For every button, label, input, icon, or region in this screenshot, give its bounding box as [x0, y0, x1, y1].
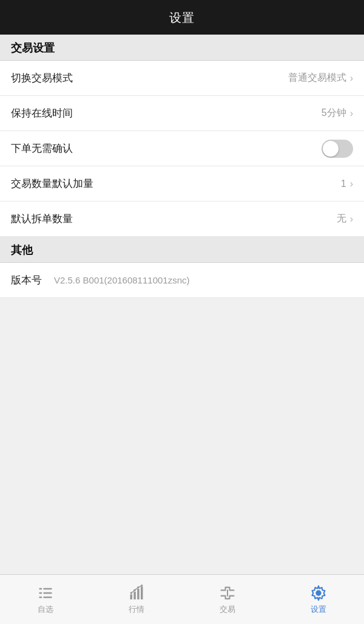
toggle-no-confirm[interactable]: [322, 140, 353, 158]
row-keep-online[interactable]: 保持在线时间 5分钟 ›: [0, 96, 364, 131]
svg-rect-7: [133, 591, 136, 599]
label-no-confirm: 下单无需确认: [11, 141, 73, 155]
tab-watchlist-label: 自选: [38, 604, 53, 615]
row-default-qty[interactable]: 交易数量默认加量 1 ›: [0, 166, 364, 202]
value-split-qty: 无 ›: [337, 212, 353, 225]
chevron-switch-mode-icon: ›: [350, 73, 353, 84]
tab-market-label: 行情: [129, 604, 144, 615]
svg-rect-3: [44, 592, 52, 593]
svg-rect-1: [44, 588, 52, 589]
toggle-thumb: [323, 141, 339, 157]
list-icon: [37, 585, 54, 602]
value-switch-mode: 普通交易模式 ›: [288, 72, 353, 84]
row-split-qty[interactable]: 默认拆单数量 无 ›: [0, 202, 364, 237]
section-other: 其他: [0, 237, 364, 263]
chevron-keep-online-icon: ›: [350, 108, 353, 119]
row-version: 版本号 V2.5.6 B001(201608111001zsnc): [0, 263, 364, 298]
svg-rect-0: [39, 588, 42, 589]
label-switch-mode: 切换交易模式: [11, 71, 73, 85]
svg-rect-9: [141, 586, 143, 599]
section-trade-settings: 交易设置: [0, 35, 364, 61]
tab-settings[interactable]: 设置: [273, 575, 364, 624]
value-keep-online: 5分钟 ›: [322, 107, 353, 120]
page-title: 设置: [169, 11, 195, 24]
label-split-qty: 默认拆单数量: [11, 212, 73, 226]
svg-rect-4: [39, 596, 42, 597]
page-header: 设置: [0, 0, 364, 35]
tab-market[interactable]: 行情: [91, 575, 182, 624]
svg-rect-2: [39, 592, 42, 593]
label-version: 版本号: [11, 273, 42, 287]
toggle-track: [322, 140, 353, 158]
settings-content: 交易设置 切换交易模式 普通交易模式 › 保持在线时间 5分钟 › 下单无需确认…: [0, 35, 364, 574]
tab-trade[interactable]: 交易: [182, 575, 273, 624]
svg-rect-6: [130, 594, 133, 599]
chevron-split-qty-icon: ›: [350, 214, 353, 225]
svg-rect-8: [137, 589, 140, 600]
label-default-qty: 交易数量默认加量: [11, 177, 93, 191]
chevron-default-qty-icon: ›: [350, 178, 353, 189]
svg-rect-5: [44, 596, 52, 597]
gear-settings-icon: [310, 585, 327, 602]
row-no-confirm: 下单无需确认: [0, 131, 364, 166]
value-version: V2.5.6 B001(201608111001zsnc): [54, 275, 190, 285]
market-icon: [128, 585, 145, 602]
label-keep-online: 保持在线时间: [11, 106, 73, 120]
tab-trade-label: 交易: [220, 604, 235, 615]
row-switch-mode[interactable]: 切换交易模式 普通交易模式 ›: [0, 61, 364, 96]
tab-settings-label: 设置: [311, 604, 326, 615]
tab-bar: 自选 行情 交易 设置: [0, 574, 364, 624]
value-default-qty: 1 ›: [341, 178, 353, 189]
tab-watchlist[interactable]: 自选: [0, 575, 91, 624]
svg-point-16: [317, 591, 320, 595]
trade-icon: [219, 585, 236, 602]
